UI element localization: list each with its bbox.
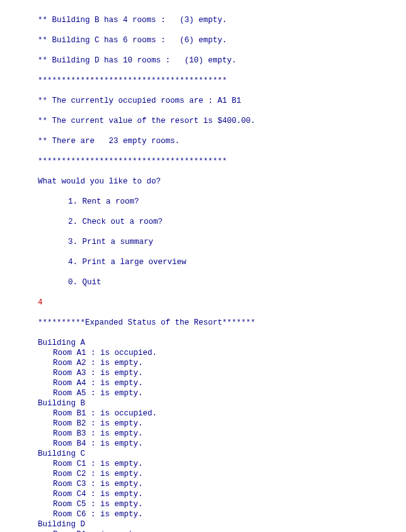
building-header: Building B — [38, 398, 406, 408]
menu-option-1: 1. Rent a room? — [38, 197, 139, 207]
room-status: Room B1 : is occupied. — [38, 408, 157, 419]
room-status: Room C2 : is empty. — [38, 469, 143, 479]
room-status: Room C5 : is empty. — [38, 499, 143, 509]
separator: **************************************** — [38, 156, 406, 166]
summary-line-c: ** Building C has 6 rooms : (6) empty. — [38, 35, 406, 45]
room-status: Room C6 : is empty. — [38, 509, 143, 519]
menu-option-4: 4. Print a large overview — [38, 257, 187, 267]
summary-empty: ** There are 23 empty rooms. — [38, 136, 406, 146]
building-header: Building A — [38, 338, 406, 348]
room-status: Room C3 : is empty. — [38, 479, 143, 489]
room-status: Room B2 : is empty. — [38, 419, 143, 429]
room-status: Room B3 : is empty. — [38, 429, 143, 439]
building-header: Building C — [38, 449, 406, 459]
separator: **************************************** — [38, 76, 406, 86]
summary-occupied: ** The currently occupied rooms are : A1… — [38, 96, 406, 106]
menu-option-2: 2. Check out a room? — [38, 217, 163, 227]
room-status: Room C1 : is empty. — [38, 459, 143, 469]
menu-prompt: What would you like to do? — [38, 176, 406, 187]
room-status: Room B4 : is empty. — [38, 439, 143, 449]
room-status: Room A3 : is empty. — [38, 368, 143, 378]
summary-value: ** The current value of the resort is $4… — [38, 116, 406, 126]
menu-option-3: 3. Print a summary — [38, 237, 153, 247]
summary-line-b: ** Building B has 4 rooms : (3) empty. — [38, 15, 406, 25]
menu-option-0: 0. Quit — [38, 277, 102, 287]
room-status: Room A4 : is empty. — [38, 378, 143, 388]
room-status: Room A2 : is empty. — [38, 358, 143, 368]
user-input[interactable]: 4 — [38, 298, 406, 308]
console-output: ** Building B has 4 rooms : (3) empty. *… — [0, 0, 406, 532]
summary-line-d: ** Building D has 10 rooms : (10) empty. — [38, 55, 406, 66]
expanded-header: **********Expanded Status of the Resort*… — [38, 318, 406, 328]
room-status: Room A5 : is empty. — [38, 388, 143, 398]
room-status: Room C4 : is empty. — [38, 489, 143, 499]
room-status: Room A1 : is occupied. — [38, 348, 157, 358]
building-header: Building D — [38, 519, 406, 529]
room-status: Room D1 : is empty. — [38, 529, 143, 532]
